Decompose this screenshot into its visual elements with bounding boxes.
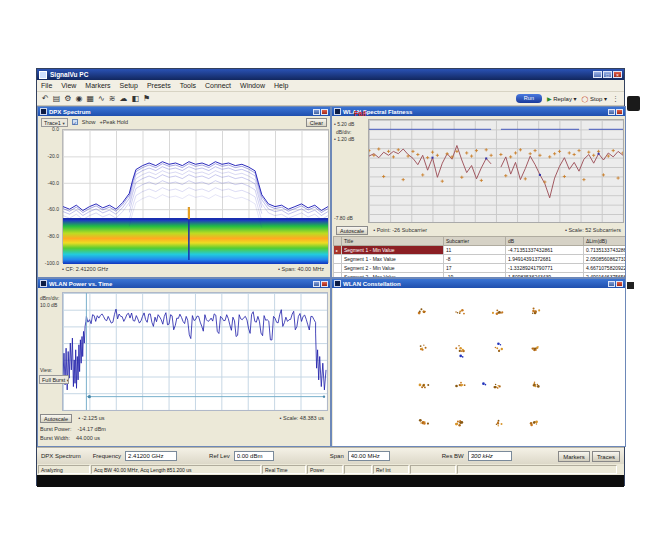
undo-icon[interactable]: ↶ — [42, 94, 49, 104]
table-column-header[interactable]: Title — [342, 237, 444, 246]
minimize-button[interactable]: _ — [593, 71, 602, 78]
close-button[interactable]: × — [613, 71, 622, 78]
chevron-down-icon: ▾ — [62, 121, 64, 126]
dpx-y-tick-label: 0.0 — [39, 126, 59, 132]
status-cell-0: Analyzing — [38, 465, 90, 474]
flatness-plot[interactable] — [368, 119, 624, 223]
burst-power-row: Burst Power: -14.17 dBm — [38, 425, 330, 433]
table-row[interactable]: ▸Segment 1 - Min Value11-4.7135133743286… — [334, 246, 626, 255]
dpx-plot[interactable] — [62, 129, 329, 263]
status-cell-1: Acq BW 40.00 MHz, Acq Length 851.200 us — [91, 465, 261, 474]
gear-icon[interactable]: ⚙ — [64, 94, 71, 104]
dpx-spectrum-panel: DPX Spectrum Trace1 ▾ ✓ Show +Peak Hold … — [37, 106, 331, 278]
status-cell-7 — [457, 465, 617, 474]
burst-width-value: 44.000 us — [76, 435, 100, 441]
dpx-y-tick-label: -100.0 — [39, 260, 59, 266]
table-cell-dlim: 0.713513374328613 — [584, 246, 626, 255]
menu-item-file[interactable]: File — [41, 82, 52, 89]
main-toolbar: ↶ ▤ ⚙ ◉ ▦ ∿ ≋ ☁ ◧ ⚑ Run ▶ Replay ▾ ◯ Sto… — [37, 92, 624, 106]
status-cell-5: Ref Int — [373, 465, 409, 474]
panel-maximize-icon[interactable] — [608, 281, 615, 287]
overflow-menu-icon[interactable]: ⋮ — [612, 95, 619, 103]
clear-button[interactable]: Clear — [306, 118, 327, 127]
table-header-row: TitleSubcarrierdBΔLim(dB) — [334, 237, 626, 246]
table-cell-subcarrier: 17 — [444, 264, 506, 273]
maximize-button[interactable]: □ — [603, 71, 612, 78]
power-vs-time-panel: WLAN Power vs. Time dBm/div: 10.0 dB Vie… — [37, 278, 331, 447]
autoscale-button[interactable]: Autoscale — [40, 414, 72, 423]
table-row[interactable]: Segment 2 - Min Value17-1.33289241790771… — [334, 264, 626, 273]
menu-item-presets[interactable]: Presets — [147, 82, 171, 89]
flag-icon[interactable]: ⚑ — [143, 94, 150, 104]
span-input[interactable] — [348, 451, 390, 461]
panel-icon — [334, 108, 341, 115]
status-cell-3: Power — [307, 465, 343, 474]
table-cell-title: Segment 1 - Min Value — [342, 246, 444, 255]
scale-readout[interactable]: • Scale: 52 Subcarriers — [565, 227, 621, 233]
menu-item-markers[interactable]: Markers — [85, 82, 110, 89]
constellation-plot[interactable] — [333, 288, 625, 446]
menu-item-view[interactable]: View — [61, 82, 76, 89]
menu-item-window[interactable]: Window — [240, 82, 265, 89]
view-select-dropdown[interactable]: Full Burst ▾ — [39, 375, 69, 384]
half-shade-icon[interactable]: ◧ — [131, 94, 139, 104]
pvt-plot[interactable] — [62, 292, 328, 411]
printer-icon[interactable]: ▤ — [53, 94, 61, 104]
traces-button[interactable]: Traces — [592, 451, 620, 462]
time-marker-readout[interactable]: • -2.125 us — [78, 415, 104, 421]
menu-item-help[interactable]: Help — [274, 82, 288, 89]
panel-icon — [334, 280, 341, 287]
table-column-header[interactable]: dB — [506, 237, 584, 246]
menu-item-tools[interactable]: Tools — [180, 82, 196, 89]
display-grid-icon[interactable]: ▦ — [86, 94, 94, 104]
background-artifact — [627, 96, 640, 111]
constellation-panel-titlebar[interactable]: WLAN Constellation — [332, 279, 625, 288]
flatness-dbdiv-value[interactable]: • 1.20 dB — [334, 136, 354, 142]
panel-icon — [40, 108, 47, 115]
panel-maximize-icon[interactable] — [608, 109, 615, 115]
flatness-panel-titlebar[interactable]: WLAN Spectral Flatness — [332, 107, 625, 116]
markers-button[interactable]: Markers — [558, 451, 590, 462]
dpx-panel-titlebar[interactable]: DPX Spectrum — [38, 107, 330, 116]
burst-power-value: -14.17 dBm — [77, 426, 105, 432]
peak-hold-label[interactable]: +Peak Hold — [99, 119, 128, 125]
dpx-y-tick-label: -80.0 — [39, 233, 59, 239]
cloud-icon[interactable]: ☁ — [119, 94, 127, 104]
menu-item-setup[interactable]: Setup — [120, 82, 138, 89]
ref-level-input[interactable] — [234, 451, 274, 461]
pvt-dbdiv-value[interactable]: 10.0 dB — [40, 302, 57, 308]
res-bw-input[interactable] — [468, 451, 512, 461]
show-checkbox[interactable]: ✓ — [72, 119, 78, 125]
pvt-panel-titlebar[interactable]: WLAN Power vs. Time — [38, 279, 330, 288]
burst-power-label: Burst Power: — [40, 426, 71, 432]
panel-maximize-icon[interactable] — [313, 281, 320, 287]
replay-button[interactable]: ▶ Replay ▾ — [547, 95, 577, 102]
panel-close-icon[interactable] — [321, 109, 328, 115]
point-readout: • Point: -26 Subcarrier — [373, 227, 427, 233]
active-display-label[interactable]: DPX Spectrum — [41, 453, 81, 459]
settings-control-bar: DPX Spectrum Frequency Ref Lev Span Res … — [37, 447, 624, 464]
run-button[interactable]: Run — [516, 94, 542, 103]
table-row[interactable]: Segment 1 - Max Value-81.949143913726812… — [334, 255, 626, 264]
panel-close-icon[interactable] — [616, 281, 623, 287]
panel-close-icon[interactable] — [321, 281, 328, 287]
stop-button[interactable]: ◯ Stop ▾ — [582, 95, 607, 102]
panel-close-icon[interactable] — [616, 109, 623, 115]
dpx-y-tick-label: -20.0 — [39, 153, 59, 159]
flatness-results-table: TitleSubcarrierdBΔLim(dB) ▸Segment 1 - M… — [333, 236, 626, 278]
table-cell-dlim: 4.66710758209229 — [584, 264, 626, 273]
scale-readout[interactable]: • Scale: 48.383 us — [280, 415, 324, 421]
dpx-cf-readout[interactable]: • CF: 2.41200 GHz — [62, 266, 108, 272]
panel-maximize-icon[interactable] — [313, 109, 320, 115]
menu-item-connect[interactable]: Connect — [205, 82, 231, 89]
dpx-span-readout[interactable]: • Span: 40.00 MHz — [278, 266, 324, 272]
spectrum-icon[interactable]: ≋ — [109, 94, 116, 104]
table-column-header[interactable]: Subcarrier — [444, 237, 506, 246]
table-column-header[interactable]: ΔLim(dB) — [584, 237, 626, 246]
waveform-icon[interactable]: ∿ — [98, 94, 105, 104]
frequency-input[interactable] — [125, 451, 177, 461]
table-cell-title: Segment 2 - Min Value — [342, 264, 444, 273]
autoscale-button[interactable]: Autoscale — [336, 226, 368, 235]
table-cell-title: Segment 1 - Max Value — [342, 255, 444, 264]
target-icon[interactable]: ◉ — [75, 94, 82, 104]
